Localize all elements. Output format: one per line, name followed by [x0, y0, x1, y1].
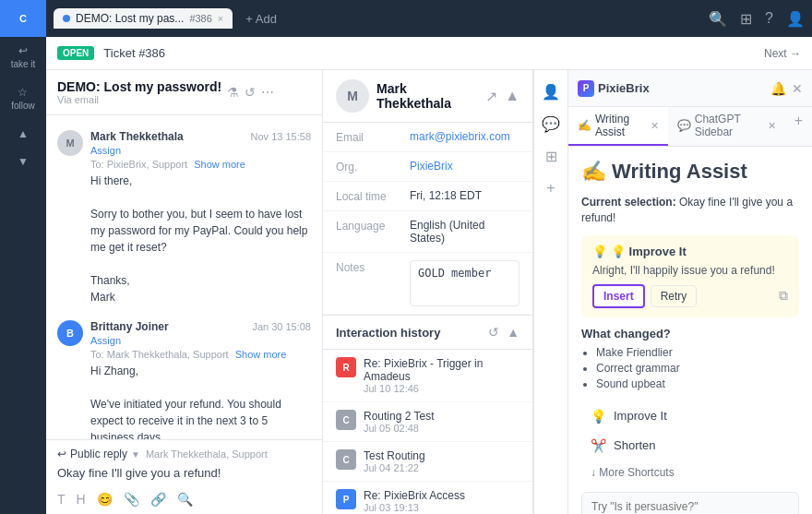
history-item[interactable]: R Re: PixieBrix - Trigger in Amadeus Jul… — [323, 350, 532, 402]
reply-header: ↩ Public reply ▼ Mark Thekkethala, Suppo… — [57, 448, 311, 460]
format-text-button[interactable]: T — [57, 492, 66, 507]
copy-button[interactable]: ⧉ — [779, 288, 788, 304]
shorten-shortcut-button[interactable]: ✂️ Shorten — [581, 431, 799, 460]
link-button[interactable]: 🔗 — [150, 492, 166, 507]
history-item[interactable]: C Test Routing Jul 04 21:22 — [323, 442, 532, 482]
top-bar: DEMO: Lost my pas... #386 × + Add 🔍 ⊞ ? … — [46, 0, 812, 37]
reply-type-button[interactable]: ↩ Public reply ▼ — [57, 448, 140, 460]
refresh-history-button[interactable]: ↺ — [488, 325, 499, 340]
change-item: Make Friendlier — [596, 346, 799, 359]
history-content: Re: PixieBrix - Trigger in Amadeus Jul 1… — [364, 357, 519, 394]
more-button[interactable]: ⋯ — [261, 85, 274, 100]
collapse-icon[interactable]: ▲ — [505, 88, 519, 104]
next-button[interactable]: Next → — [764, 47, 801, 60]
history-badge: P — [336, 489, 356, 509]
add-tab-button[interactable]: + Add — [238, 8, 284, 30]
history-badge: C — [336, 449, 356, 470]
more-shortcuts-label: ↓ More Shortcuts — [591, 466, 675, 479]
contact-name: Mark Thekkethala — [376, 81, 478, 111]
msg-content: Brittany Joiner Jan 30 15:08 Assign To: … — [90, 320, 311, 439]
chat-button[interactable]: 💬 — [538, 112, 564, 137]
msg-author: Mark Thekkethala — [90, 130, 184, 143]
notes-input[interactable]: GOLD member — [410, 260, 519, 306]
user-avatar[interactable]: 👤 — [786, 10, 805, 28]
pix-content: ✍️ Writing Assist Current selection: Oka… — [568, 147, 812, 514]
nav-take-it[interactable]: ↩ take it — [0, 37, 46, 78]
tab-chatgpt[interactable]: 💬 ChatGPT Sidebar ✕ — [668, 107, 785, 146]
tab-title: DEMO: Lost my pas... — [76, 12, 184, 25]
history-item[interactable]: P Re: PixieBrix Access Jul 03 19:13 — [323, 482, 532, 514]
pix-logo-area: P PixieBrix — [578, 80, 765, 97]
chatgpt-close[interactable]: ✕ — [768, 120, 776, 132]
assign-link[interactable]: Assign — [90, 335, 121, 346]
reply-input[interactable]: Okay fine I'll give you a refund! — [57, 466, 311, 484]
msg-recipient: To: Mark Thekkethala, Support Show more — [90, 349, 311, 360]
org-value: PixieBrix — [410, 160, 453, 173]
history-title: Interaction history — [336, 326, 440, 340]
history-item-date: Jul 10 12:46 — [364, 383, 519, 394]
msg-author: Brittany Joiner — [90, 320, 169, 333]
attach-button[interactable]: 📎 — [124, 492, 139, 507]
email-label: Email — [336, 130, 410, 144]
tab-writing-assist[interactable]: ✍️ Writing Assist ✕ — [568, 107, 668, 146]
change-item: Sound upbeat — [596, 377, 799, 390]
writing-assist-close[interactable]: ✕ — [651, 120, 659, 132]
insert-button[interactable]: Insert — [592, 284, 645, 308]
tab-active[interactable]: DEMO: Lost my pas... #386 × — [54, 8, 233, 29]
content-area: DEMO: Lost my password! Via email ⚗ ↺ ⋯ … — [46, 70, 812, 514]
message-item: M Mark Thekkethala Nov 13 15:58 Assign T… — [46, 123, 322, 313]
add-tab-button[interactable]: + — [785, 107, 812, 146]
show-more-link[interactable]: Show more — [235, 349, 287, 360]
pixiebrix-brand: PixieBrix — [598, 81, 650, 95]
show-more-link[interactable]: Show more — [194, 159, 245, 170]
email-link[interactable]: mark@pixiebrix.com — [410, 130, 510, 143]
apps-icon[interactable]: ⊞ — [740, 10, 752, 28]
chatgpt-label: ChatGPT Sidebar — [695, 113, 764, 138]
history-item[interactable]: C Routing 2 Test Jul 05 02:48 — [323, 402, 532, 442]
bell-icon[interactable]: 🔔 — [770, 81, 786, 96]
history-item-date: Jul 05 02:48 — [364, 423, 519, 434]
assign-link[interactable]: Assign — [90, 145, 121, 156]
more-shortcuts[interactable]: ↓ More Shortcuts — [581, 460, 799, 484]
search-icon[interactable]: 🔍 — [709, 10, 727, 28]
pix-selection-label: Current selection: Okay fine I'll give y… — [581, 195, 799, 226]
nav-up[interactable]: ▲ — [0, 120, 46, 148]
history-item-date: Jul 04 21:22 — [364, 462, 519, 473]
filter-button[interactable]: ⚗ — [227, 85, 239, 100]
history-header: Interaction history ↺ ▲ — [323, 316, 532, 350]
nav-follow[interactable]: ☆ follow — [0, 78, 46, 120]
msg-header: Mark Thekkethala Nov 13 15:58 — [90, 130, 311, 143]
improve-shortcut-label: Improve It — [614, 409, 667, 423]
shorten-shortcut-icon: ✂️ — [591, 438, 606, 453]
history-item-title: Test Routing — [364, 449, 519, 462]
tab-close-icon[interactable]: × — [218, 13, 223, 24]
nav-down[interactable]: ▼ — [0, 148, 46, 175]
svg-text:C: C — [19, 13, 27, 24]
close-sidebar-button[interactable]: ✕ — [792, 81, 803, 96]
heading-button[interactable]: H — [77, 492, 86, 507]
pix-panel-title: ✍️ Writing Assist — [581, 160, 799, 184]
search-kb-button[interactable]: 🔍 — [177, 492, 193, 507]
history-content: Re: PixieBrix Access Jul 03 19:13 — [364, 489, 519, 513]
pix-tabs: ✍️ Writing Assist ✕ 💬 ChatGPT Sidebar ✕ … — [568, 107, 812, 147]
org-link[interactable]: PixieBrix — [410, 160, 453, 173]
expand-icon[interactable]: ↗ — [485, 88, 497, 105]
msg-date: Jan 30 15:08 — [252, 321, 311, 332]
emoji-button[interactable]: 😊 — [97, 492, 113, 507]
org-field-row: Org. PixieBrix — [323, 152, 532, 182]
reply-type-label: Public reply — [70, 448, 127, 460]
grid-button[interactable]: ⊞ — [542, 144, 561, 169]
writing-assist-icon: ✍️ — [578, 119, 591, 132]
history-button[interactable]: ↺ — [245, 85, 256, 100]
retry-button[interactable]: Retry — [651, 285, 698, 307]
collapse-history-button[interactable]: ▲ — [507, 325, 519, 340]
chevron-down-icon: ▼ — [131, 449, 140, 460]
improve-it-actions: Insert Retry ⧉ — [592, 284, 788, 308]
help-icon[interactable]: ? — [765, 10, 773, 27]
add-button[interactable]: + — [543, 176, 558, 200]
try-input[interactable] — [581, 492, 799, 514]
conv-title: DEMO: Lost my password! — [57, 79, 221, 94]
user-detail-button[interactable]: 👤 — [538, 79, 564, 104]
language-label: Language — [336, 219, 410, 233]
improve-shortcut-button[interactable]: 💡 Improve It — [581, 401, 799, 431]
